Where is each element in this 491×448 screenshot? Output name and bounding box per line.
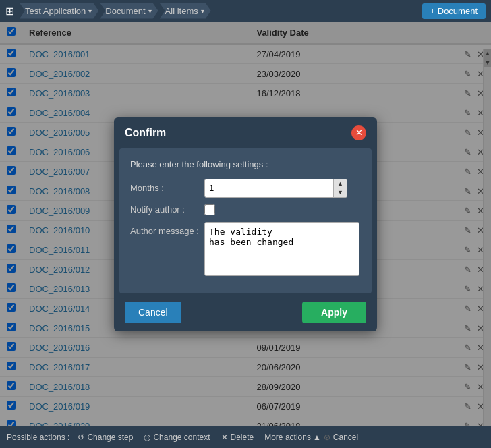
message-row: Author message : The validity has been c…: [130, 222, 361, 276]
breadcrumb-allitems[interactable]: All items ▾: [160, 3, 211, 19]
more-actions-label: More actions: [264, 432, 311, 442]
change-context-action[interactable]: ◎ Change context: [144, 432, 210, 442]
grid-icon: ⊞: [5, 5, 14, 18]
author-message-textarea[interactable]: The validity has been changed: [204, 222, 359, 276]
breadcrumb-document[interactable]: Document ▾: [100, 3, 158, 19]
breadcrumb-app[interactable]: Test Application ▾: [20, 3, 98, 19]
message-label: Author message :: [130, 222, 204, 236]
change-context-icon: ◎: [144, 432, 150, 442]
possible-actions-label: Possible actions :: [7, 432, 69, 442]
change-step-label: Change step: [87, 432, 133, 442]
change-step-action[interactable]: ↺ Change step: [78, 432, 133, 442]
modal-title: Confirm: [125, 127, 166, 139]
months-label: Months :: [130, 183, 204, 193]
spin-up-button[interactable]: ▲: [334, 179, 347, 188]
footer-cancel-label: Cancel: [333, 432, 358, 442]
table-area: Reference Validity Date DOC_2016/001 27/…: [0, 22, 491, 426]
modal-header: Confirm ✕: [114, 117, 377, 148]
cancel-button[interactable]: Cancel: [125, 302, 181, 323]
months-row: Months : ▲ ▼: [130, 179, 361, 198]
confirm-modal: Confirm ✕ Please enter the following set…: [114, 117, 377, 331]
apply-button[interactable]: Apply: [302, 302, 366, 323]
notify-label: Notify author :: [130, 204, 204, 215]
delete-action[interactable]: ✕ Delete: [221, 432, 254, 442]
document-button[interactable]: + Document: [422, 3, 486, 19]
months-control[interactable]: ▲ ▼: [204, 179, 347, 198]
breadcrumb-allitems-label: All items: [165, 6, 198, 16]
chevron-up-icon: ▲: [313, 432, 321, 442]
modal-body: Please enter the following settings : Mo…: [119, 148, 372, 293]
footer-cancel-action[interactable]: Cancel: [333, 432, 358, 442]
delete-icon: ✕: [221, 432, 228, 442]
breadcrumb-document-label: Document: [105, 6, 145, 16]
spin-buttons: ▲ ▼: [333, 179, 347, 197]
modal-close-button[interactable]: ✕: [351, 125, 366, 140]
spin-down-button[interactable]: ▼: [334, 188, 347, 197]
more-actions-button[interactable]: More actions ▲: [264, 432, 321, 442]
change-step-icon: ↺: [78, 432, 84, 442]
footer: Possible actions : ↺ Change step ◎ Chang…: [0, 426, 491, 448]
breadcrumb-app-label: Test Application: [25, 6, 86, 16]
document-button-label: + Document: [430, 6, 478, 16]
change-context-label: Change context: [153, 432, 210, 442]
delete-label: Delete: [231, 432, 254, 442]
chevron-down-icon: ▾: [148, 7, 152, 15]
chevron-down-icon: ▾: [201, 7, 204, 15]
modal-description: Please enter the following settings :: [130, 159, 361, 169]
months-input[interactable]: [205, 180, 333, 196]
notify-row: Notify author :: [130, 204, 361, 215]
notify-checkbox[interactable]: [204, 204, 215, 215]
modal-footer: Cancel Apply: [114, 293, 377, 331]
chevron-down-icon: ▾: [88, 7, 92, 15]
app-header: ⊞ Test Application ▾ Document ▾ All item…: [0, 0, 491, 22]
modal-overlay: Confirm ✕ Please enter the following set…: [0, 22, 491, 426]
